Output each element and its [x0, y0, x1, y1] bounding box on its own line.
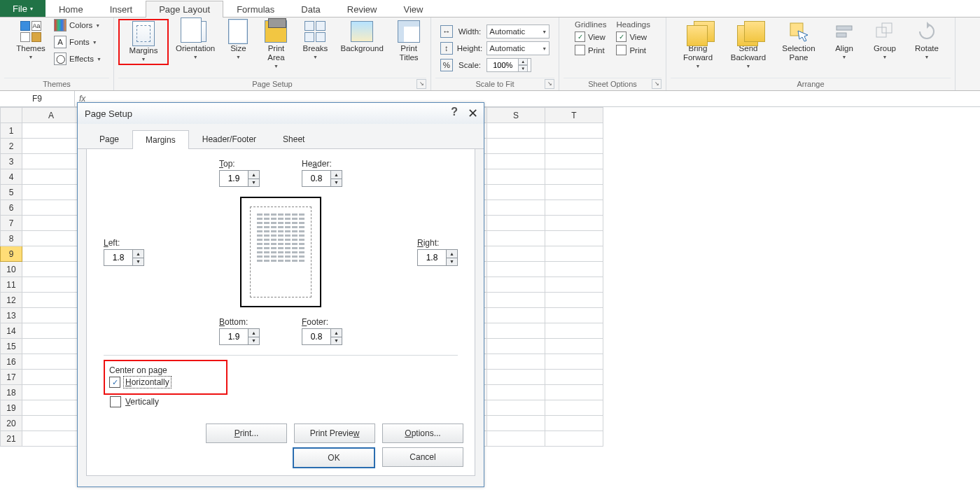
cell[interactable] [545, 262, 603, 277]
ok-button[interactable]: OK [293, 447, 375, 468]
cell[interactable] [545, 246, 603, 262]
row-header[interactable]: 18 [1, 385, 22, 400]
cell[interactable] [487, 154, 545, 169]
scale-input[interactable] [487, 60, 518, 70]
breaks-button[interactable]: Breaks▼ [298, 19, 332, 61]
col-header[interactable]: S [487, 108, 545, 123]
cell[interactable] [22, 370, 80, 385]
cell[interactable] [22, 339, 80, 354]
cell[interactable] [22, 200, 80, 216]
cell[interactable] [487, 123, 545, 139]
cell[interactable] [22, 400, 80, 416]
effects-button[interactable]: ◯ Effects▼ [54, 52, 102, 65]
margins-button[interactable]: Margins▼ [120, 21, 167, 63]
dialog-titlebar[interactable]: Page Setup ? ✕ [78, 103, 484, 124]
cell[interactable] [22, 231, 80, 246]
align-button[interactable]: Align▼ [826, 19, 862, 61]
row-header[interactable]: 15 [1, 339, 22, 354]
cell[interactable] [487, 416, 545, 431]
cell[interactable] [545, 231, 603, 246]
cell[interactable] [545, 216, 603, 231]
tab-view[interactable]: View [390, 1, 436, 18]
gridlines-view-check[interactable]: ✓View [575, 31, 606, 42]
cell[interactable] [545, 416, 603, 431]
row-header[interactable]: 1 [1, 123, 22, 139]
cell[interactable] [487, 231, 545, 246]
print-preview-button[interactable]: Print Preview [294, 424, 375, 443]
row-header[interactable]: 7 [1, 216, 22, 231]
themes-button[interactable]: Aa Themes ▼ [12, 19, 50, 61]
cell[interactable] [545, 431, 603, 447]
cell[interactable] [22, 169, 80, 185]
footer-margin-spinner[interactable]: ▲▼ [302, 328, 342, 345]
tab-review[interactable]: Review [334, 1, 391, 18]
cell[interactable] [545, 339, 603, 354]
right-margin-input[interactable] [418, 250, 446, 265]
cell[interactable] [545, 169, 603, 185]
cell[interactable] [22, 385, 80, 400]
width-select[interactable]: Automatic▼ [486, 24, 550, 38]
footer-margin-input[interactable] [302, 329, 330, 344]
cell[interactable] [487, 385, 545, 400]
cell[interactable] [487, 262, 545, 277]
cell[interactable] [545, 123, 603, 139]
cell[interactable] [545, 385, 603, 400]
cell[interactable] [545, 323, 603, 339]
cell[interactable] [487, 339, 545, 354]
cell[interactable] [487, 431, 545, 447]
cell[interactable] [22, 354, 80, 370]
name-box[interactable]: F9 [0, 91, 75, 106]
sheet-launcher[interactable]: ↘ [652, 79, 662, 89]
dlg-tab-sheet[interactable]: Sheet [270, 130, 318, 148]
options-button[interactable]: Options... [382, 424, 463, 443]
cell[interactable] [487, 185, 545, 200]
close-icon[interactable]: ✕ [468, 106, 478, 121]
cell[interactable] [545, 400, 603, 416]
tab-insert[interactable]: Insert [97, 1, 146, 18]
row-header[interactable]: 14 [1, 323, 22, 339]
cell[interactable] [487, 246, 545, 262]
cell[interactable] [487, 277, 545, 293]
cell[interactable] [545, 154, 603, 169]
size-button[interactable]: Size▼ [222, 19, 254, 61]
cell[interactable] [22, 293, 80, 308]
fonts-button[interactable]: A Fonts▼ [54, 36, 97, 48]
row-header[interactable]: 4 [1, 169, 22, 185]
cell[interactable] [545, 139, 603, 154]
bottom-margin-input[interactable] [220, 329, 248, 344]
row-header[interactable]: 12 [1, 293, 22, 308]
cell[interactable] [22, 323, 80, 339]
row-header[interactable]: 16 [1, 354, 22, 370]
print-area-button[interactable]: Print Area▼ [259, 19, 294, 70]
cell[interactable] [22, 416, 80, 431]
top-margin-input[interactable] [220, 171, 248, 186]
tab-page-layout[interactable]: Page Layout [146, 1, 223, 18]
cell[interactable] [22, 262, 80, 277]
cell[interactable] [22, 154, 80, 169]
dlg-tab-page[interactable]: Page [86, 130, 132, 148]
select-all-corner[interactable] [1, 108, 22, 123]
top-margin-spinner[interactable]: ▲▼ [219, 170, 260, 187]
selection-pane-button[interactable]: Selection Pane [776, 19, 822, 64]
row-header[interactable]: 17 [1, 370, 22, 385]
cell[interactable] [545, 185, 603, 200]
left-margin-input[interactable] [104, 250, 132, 265]
cell[interactable] [22, 139, 80, 154]
cell[interactable] [22, 431, 80, 447]
row-header[interactable]: 10 [1, 262, 22, 277]
cell[interactable] [22, 185, 80, 200]
col-header[interactable]: T [545, 108, 603, 123]
colors-button[interactable]: Colors▼ [54, 19, 100, 31]
dlg-tab-margins[interactable]: Margins [132, 130, 189, 149]
center-vertically-check[interactable]: Vertically [110, 396, 458, 407]
row-header[interactable]: 20 [1, 416, 22, 431]
cell[interactable] [545, 277, 603, 293]
right-margin-spinner[interactable]: ▲▼ [417, 249, 458, 266]
row-header[interactable]: 21 [1, 431, 22, 447]
cell[interactable] [487, 293, 545, 308]
row-header[interactable]: 13 [1, 308, 22, 323]
tab-data[interactable]: Data [288, 1, 333, 18]
cell[interactable] [22, 308, 80, 323]
help-icon[interactable]: ? [451, 106, 458, 121]
headings-print-check[interactable]: Print [616, 45, 646, 55]
